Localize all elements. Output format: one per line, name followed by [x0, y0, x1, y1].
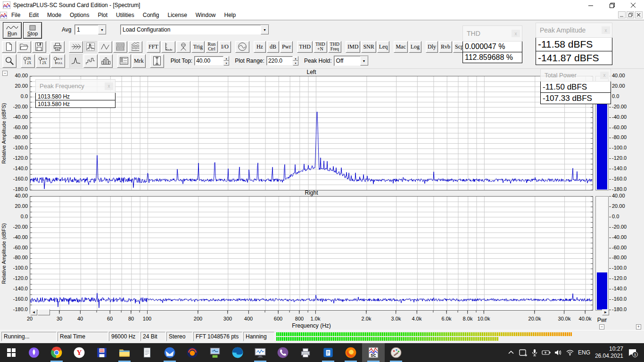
close-icon[interactable]: x [602, 26, 610, 34]
line-plot-button[interactable] [69, 54, 83, 68]
menu-window[interactable]: Window [191, 11, 220, 19]
scrollbar-thumb[interactable] [38, 309, 50, 315]
stop-button[interactable]: Stop [23, 22, 42, 39]
avg-select[interactable]: 1 ▼ [74, 25, 107, 35]
plot-top-input[interactable]: 40.00 [194, 56, 223, 66]
load-configuration-select[interactable]: Load Configuration ▼ [120, 25, 269, 35]
leq-utility-button[interactable]: Leq [377, 41, 390, 53]
signal-generator-button[interactable] [235, 41, 249, 53]
spectrum-view-button[interactable] [84, 41, 97, 53]
zoom-out-full-button[interactable]: OUTFULL [51, 54, 65, 68]
taskbar-signal-monitor-icon[interactable] [249, 343, 272, 362]
process-all-button[interactable] [69, 41, 83, 53]
menu-options[interactable]: Options [66, 11, 93, 19]
taskbar-gimp-icon[interactable] [385, 343, 407, 362]
marker-button[interactable]: Mrk [132, 54, 146, 68]
imd-utility-button[interactable]: IMD [346, 41, 360, 53]
expand-right-icon[interactable]: + [636, 324, 641, 329]
language-indicator[interactable]: ENG [576, 343, 592, 362]
minimize-icon[interactable] [580, 0, 602, 10]
taskbar-viber-icon[interactable] [272, 343, 294, 362]
close-icon[interactable] [623, 0, 644, 10]
calibration-button[interactable] [176, 41, 190, 53]
wifi-icon[interactable] [564, 347, 576, 358]
plot-range-spinner[interactable]: ▲▼ [293, 56, 298, 66]
taskbar-hardware-monitor-icon[interactable] [204, 343, 226, 362]
taskbar-thunderbird-icon[interactable] [158, 343, 181, 362]
plot-range-input[interactable]: 220.0 [266, 56, 293, 66]
spectrogram-view-button[interactable] [113, 41, 127, 53]
taskbar-chrome-icon[interactable] [45, 343, 68, 362]
restore-icon[interactable] [602, 0, 623, 10]
taskbar-printer-tool-icon[interactable] [294, 343, 317, 362]
menu-mode[interactable]: Mode [43, 11, 66, 19]
chevron-down-icon[interactable]: ▼ [360, 56, 368, 66]
close-icon[interactable]: x [600, 72, 609, 79]
amplitude-units-button[interactable]: dB [267, 41, 279, 53]
io-device-button[interactable]: I/O [219, 41, 231, 53]
menu-license[interactable]: License [163, 11, 191, 19]
new-file-button[interactable] [2, 41, 16, 53]
peak-amplitude-panel[interactable]: Peak Amplitude x -11.58 dBFS -141.87 dBF… [536, 23, 612, 65]
thd-freq-utility-button[interactable]: THDFreq [328, 41, 342, 53]
mdi-restore-icon[interactable] [627, 11, 634, 18]
taskbar-app-drop-icon[interactable] [23, 343, 45, 362]
right-spectrum-plot[interactable] [30, 196, 593, 311]
macro-button[interactable]: Mac [394, 41, 407, 53]
menu-plot[interactable]: Plot [93, 11, 112, 19]
collapse-power-icon[interactable]: − [599, 324, 604, 329]
tablet-mode-icon[interactable] [517, 347, 528, 358]
open-file-button[interactable] [17, 41, 31, 53]
mdi-close-icon[interactable] [635, 11, 643, 18]
peak-frequency-panel[interactable]: Peak Frequency x 1013.580 Hz 1013.580 Hz [35, 79, 116, 108]
taskbar-yandex-browser-icon[interactable]: Y [68, 343, 91, 362]
close-icon[interactable]: x [512, 30, 520, 37]
scrollbar-right-arrow-icon[interactable]: ► [602, 309, 609, 315]
thd-n-utility-button[interactable]: THD+N [314, 41, 327, 53]
bar-plot-button[interactable] [99, 54, 113, 68]
microphone-icon[interactable] [529, 347, 540, 358]
taskbar-blue-docs-icon[interactable] [317, 343, 339, 362]
scrollbar-left-arrow-icon[interactable]: ◄ [30, 309, 37, 315]
plot-details-button[interactable] [117, 54, 131, 68]
taskbar-audio-player-icon[interactable] [181, 343, 204, 362]
zoom-in-2x-button[interactable]: IN2X [21, 54, 35, 68]
speaker-icon[interactable] [553, 347, 564, 358]
total-power-panel[interactable]: Total Power x -11.50 dBFS -107.33 dBFS [540, 69, 611, 104]
waveform-view-button[interactable] [98, 41, 112, 53]
amplitude-axis-button[interactable] [150, 54, 164, 68]
battery-icon[interactable] [541, 347, 552, 358]
tray-expand-icon[interactable] [505, 347, 517, 358]
notification-center-icon[interactable]: 5 [627, 347, 638, 358]
taskbar-notepad-icon[interactable] [136, 343, 158, 362]
menu-utilities[interactable]: Utilities [112, 11, 139, 19]
zoom-out-2x-button[interactable]: OUT2X [36, 54, 50, 68]
power-units-button[interactable]: Pwr [280, 41, 293, 53]
thd-utility-button[interactable]: THD [297, 41, 313, 53]
delay-utility-button[interactable]: Dly [426, 41, 438, 53]
chevron-down-icon[interactable]: ▼ [98, 25, 106, 34]
clock[interactable]: 10:27 26.04.2021 [593, 343, 624, 362]
print-button[interactable] [50, 41, 65, 53]
taskbar-floppy-organizer-icon[interactable] [91, 343, 113, 362]
scaling-button[interactable] [161, 41, 175, 53]
menu-edit[interactable]: Edit [25, 11, 43, 19]
menu-help[interactable]: Help [220, 11, 240, 19]
chevron-down-icon[interactable]: ▼ [261, 25, 269, 34]
run-control-button[interactable]: RunCtrl [206, 41, 218, 53]
trigger-button[interactable]: Trig [191, 41, 205, 53]
menu-file[interactable]: File [7, 11, 25, 19]
logging-button[interactable]: Log [409, 41, 421, 53]
taskbar-firefox-icon[interactable] [339, 343, 362, 362]
fft-settings-button[interactable]: FFT [147, 41, 160, 53]
surface-view-button[interactable] [128, 41, 142, 53]
step-plot-button[interactable] [83, 54, 98, 68]
run-button[interactable]: Run [3, 22, 22, 39]
thd-panel[interactable]: THD x 0.000047 % 112.859688 % [462, 25, 522, 63]
zoom-button[interactable] [2, 54, 17, 68]
menu-config[interactable]: Config [139, 11, 164, 19]
reverb-utility-button[interactable]: Rvb [439, 41, 452, 53]
taskbar-file-explorer-icon[interactable] [113, 343, 136, 362]
snr-utility-button[interactable]: SNR [361, 41, 376, 53]
start-button[interactable] [0, 343, 23, 362]
